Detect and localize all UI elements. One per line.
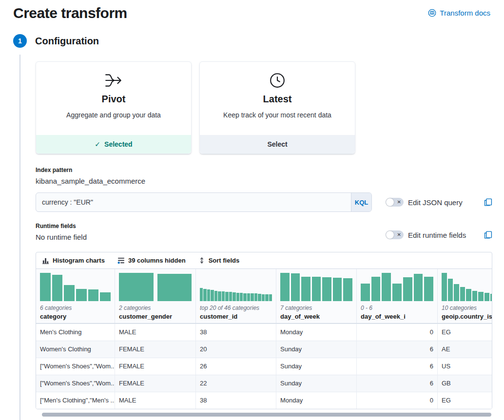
table-cell[interactable]: Sunday — [276, 375, 357, 392]
latest-card[interactable]: Latest Keep track of your most recent da… — [199, 61, 355, 154]
pivot-card-description: Aggregate and group your data — [36, 111, 191, 119]
transform-docs-link[interactable]: Transform docs — [428, 9, 490, 17]
table-cell[interactable]: ["Women's Shoes","Wom... — [36, 358, 115, 375]
table-cell[interactable]: 38 — [196, 392, 276, 409]
histogram-bar — [64, 285, 75, 301]
column-name: day_of_week_i — [361, 313, 433, 320]
data-grid-toolbar: Histogram charts 39 columns hidden — [36, 252, 492, 269]
close-icon: ✕ — [397, 199, 401, 206]
aggregate-icon — [36, 72, 191, 91]
histogram-charts-label: Histogram charts — [53, 257, 105, 264]
histogram-bar — [466, 289, 471, 301]
latest-select-button[interactable]: Select — [200, 135, 355, 153]
columns-hidden-button[interactable]: 39 columns hidden — [117, 257, 186, 264]
pivot-footer-label: Selected — [104, 140, 133, 148]
column-header-customer_gender[interactable]: 2 categoriescustomer_gender — [115, 269, 196, 323]
table-cell[interactable]: GB — [438, 375, 492, 392]
table-cell[interactable]: FEMALE — [115, 341, 196, 358]
transform-docs-label: Transform docs — [440, 9, 490, 17]
histogram-bar — [240, 293, 243, 301]
column-name: category — [40, 313, 111, 320]
copy-icon[interactable] — [484, 230, 492, 239]
histogram-day_of_week — [280, 273, 352, 301]
histogram-bar — [247, 293, 250, 301]
table-cell[interactable]: FEMALE — [115, 375, 196, 392]
column-meta: 2 categories — [119, 305, 192, 311]
sort-fields-button[interactable]: Sort fields — [198, 257, 240, 264]
bar-chart-icon — [42, 257, 49, 264]
table-cell[interactable]: ["Men's Clothing","Men's ... — [36, 392, 115, 409]
histogram-bar — [214, 291, 217, 301]
column-header-day_of_week_i[interactable]: 0 - 6day_of_week_i — [357, 269, 438, 323]
table-row: ["Men's Clothing","Men's ...MALE38Monday… — [36, 392, 492, 409]
table-cell[interactable]: 0 — [357, 324, 438, 341]
columns-list-icon — [117, 257, 125, 264]
table-cell[interactable]: Monday — [276, 392, 357, 409]
histogram-bar — [251, 293, 253, 301]
table-cell[interactable]: 0 — [357, 392, 438, 409]
column-header-day_of_week[interactable]: 7 categoriesday_of_week — [276, 269, 357, 323]
sort-fields-label: Sort fields — [209, 257, 240, 264]
column-meta: 0 - 6 — [361, 305, 433, 311]
query-input[interactable]: currency : "EUR" KQL — [36, 192, 372, 212]
table-cell[interactable]: 38 — [196, 324, 276, 341]
histogram-bar — [403, 277, 412, 301]
histogram-bar — [100, 292, 111, 301]
horizontal-scrollbar-thumb[interactable] — [42, 413, 491, 417]
table-cell[interactable]: EG — [438, 392, 492, 409]
histogram-bar — [203, 289, 206, 301]
column-header-geoip.country_iso_[interactable]: 10 categoriesgeoip.country_iso_ — [438, 269, 492, 323]
histogram-bar — [76, 289, 87, 301]
histogram-bar — [382, 273, 391, 301]
histogram-charts-button[interactable]: Histogram charts — [42, 257, 105, 264]
pivot-card-title: Pivot — [36, 94, 191, 105]
page-title: Create transform — [13, 5, 127, 21]
table-row: Women's ClothingFEMALE20Sunday6AE — [36, 341, 492, 358]
table-cell[interactable]: Sunday — [276, 341, 357, 358]
histogram-bar — [322, 277, 331, 301]
histogram-bar — [472, 291, 478, 301]
table-cell[interactable]: MALE — [115, 392, 196, 409]
histogram-category — [40, 273, 111, 301]
histogram-bar — [343, 278, 352, 301]
table-cell[interactable]: Monday — [276, 324, 357, 341]
table-cell[interactable]: Sunday — [276, 358, 357, 375]
histogram-bar — [460, 287, 465, 301]
histogram-bar — [119, 273, 154, 301]
histogram-bar — [490, 294, 492, 301]
histogram-bar — [485, 293, 490, 301]
table-cell[interactable]: US — [438, 358, 492, 375]
histogram-bar — [280, 273, 290, 301]
index-pattern-value: kibana_sample_data_ecommerce — [36, 177, 504, 185]
edit-json-query-toggle[interactable]: ✕ — [386, 198, 404, 207]
table-cell[interactable]: EG — [438, 324, 492, 341]
column-header-customer_id[interactable]: top 20 of 46 categoriescustomer_id — [196, 269, 276, 323]
table-cell[interactable]: MALE — [115, 324, 196, 341]
table-cell[interactable]: 6 — [357, 375, 438, 392]
table-cell[interactable]: 20 — [196, 341, 276, 358]
pivot-selected-button[interactable]: ✓ Selected — [36, 135, 191, 153]
table-cell[interactable]: AE — [438, 341, 492, 358]
copy-icon[interactable] — [484, 198, 492, 207]
table-cell[interactable]: Women's Clothing — [36, 341, 115, 358]
histogram-bar — [361, 284, 370, 301]
latest-card-title: Latest — [200, 94, 355, 105]
column-meta: 10 categories — [442, 305, 492, 311]
query-input-value: currency : "EUR" — [36, 193, 351, 211]
column-header-category[interactable]: 6 categoriescategory — [36, 269, 115, 323]
table-cell[interactable]: Men's Clothing — [36, 324, 115, 341]
kql-language-button[interactable]: KQL — [351, 193, 371, 211]
table-cell[interactable]: 6 — [357, 358, 438, 375]
table-cell[interactable]: 22 — [196, 375, 276, 392]
histogram-bar — [88, 289, 99, 301]
histogram-bar — [157, 274, 192, 301]
table-cell[interactable]: 6 — [357, 341, 438, 358]
table-cell[interactable]: ["Women's Shoes","Wom... — [36, 375, 115, 392]
table-cell[interactable]: 26 — [196, 358, 276, 375]
latest-card-description: Keep track of your most recent data — [200, 111, 355, 119]
table-cell[interactable]: FEMALE — [115, 358, 196, 375]
toggle-knob — [386, 198, 394, 206]
edit-runtime-fields-toggle[interactable]: ✕ — [386, 230, 404, 239]
histogram-bar — [424, 277, 433, 301]
pivot-card[interactable]: Pivot Aggregate and group your data ✓ Se… — [36, 61, 192, 154]
